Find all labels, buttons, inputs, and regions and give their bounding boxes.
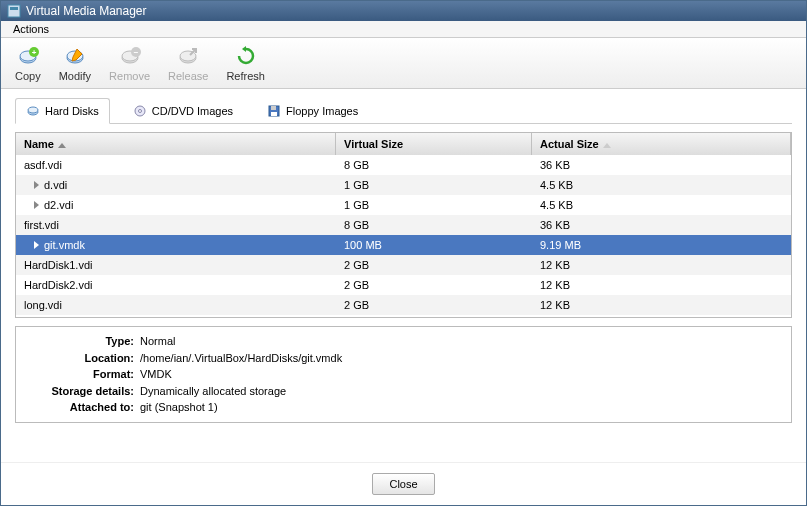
tab-hard-disks[interactable]: Hard Disks	[15, 98, 110, 124]
table-row[interactable]: d2.vdi1 GB4.5 KB	[16, 195, 791, 215]
row-virtual-size: 2 GB	[336, 255, 532, 275]
row-virtual-size: 1 GB	[336, 195, 532, 215]
floppy-icon	[267, 104, 281, 118]
list-body[interactable]: asdf.vdi8 GB36 KBd.vdi1 GB4.5 KBd2.vdi1 …	[16, 155, 791, 317]
detail-type-label: Type:	[24, 333, 134, 350]
detail-format-value: VMDK	[140, 366, 172, 383]
detail-storage-label: Storage details:	[24, 383, 134, 400]
sort-asc-icon	[58, 143, 66, 148]
expand-icon[interactable]	[34, 181, 39, 189]
menu-actions[interactable]: Actions	[9, 21, 53, 37]
cd-icon	[133, 104, 147, 118]
row-name: asdf.vdi	[24, 159, 62, 171]
expand-icon[interactable]	[34, 241, 39, 249]
svg-rect-19	[271, 106, 276, 110]
modify-button[interactable]: Modify	[55, 42, 95, 84]
row-actual-size: 9.19 MB	[532, 235, 791, 255]
app-icon	[7, 4, 21, 18]
table-row[interactable]: asdf.vdi8 GB36 KB	[16, 155, 791, 175]
column-actual-size[interactable]: Actual Size	[532, 133, 791, 155]
release-button: Release	[164, 42, 212, 84]
row-actual-size: 12 KB	[532, 295, 791, 315]
table-row[interactable]: HardDisk2.vdi2 GB12 KB	[16, 275, 791, 295]
toolbar: + Copy Modify − Remove Release Refresh	[1, 38, 806, 89]
svg-rect-1	[10, 7, 18, 10]
remove-button: − Remove	[105, 42, 154, 84]
detail-location-value: /home/ian/.VirtualBox/HardDisks/git.vmdk	[140, 350, 342, 367]
row-name: HardDisk1.vdi	[24, 259, 92, 271]
detail-storage-value: Dynamically allocated storage	[140, 383, 286, 400]
detail-attached-label: Attached to:	[24, 399, 134, 416]
refresh-button[interactable]: Refresh	[222, 42, 269, 84]
content: Hard Disks CD/DVD Images Floppy Images N…	[1, 89, 806, 462]
tab-floppy[interactable]: Floppy Images	[256, 98, 369, 124]
svg-text:+: +	[32, 48, 37, 57]
release-label: Release	[168, 70, 208, 82]
refresh-icon	[234, 44, 258, 68]
window-title: Virtual Media Manager	[26, 4, 147, 18]
row-name: d.vdi	[44, 179, 67, 191]
window: Virtual Media Manager Actions + Copy Mod…	[0, 0, 807, 506]
table-row[interactable]: HardDisk1.vdi2 GB12 KB	[16, 255, 791, 275]
titlebar[interactable]: Virtual Media Manager	[1, 1, 806, 21]
tab-cd-dvd-label: CD/DVD Images	[152, 105, 233, 117]
tab-cd-dvd[interactable]: CD/DVD Images	[122, 98, 244, 124]
row-name: first.vdi	[24, 219, 59, 231]
detail-attached-value: git (Snapshot 1)	[140, 399, 218, 416]
row-virtual-size: 2 GB	[336, 275, 532, 295]
tab-floppy-label: Floppy Images	[286, 105, 358, 117]
table-row[interactable]: long.vdi2 GB12 KB	[16, 295, 791, 315]
row-name: d2.vdi	[44, 199, 73, 211]
tab-hard-disks-label: Hard Disks	[45, 105, 99, 117]
copy-label: Copy	[15, 70, 41, 82]
tabs: Hard Disks CD/DVD Images Floppy Images	[15, 97, 792, 124]
close-button[interactable]: Close	[372, 473, 434, 495]
row-actual-size: 36 KB	[532, 215, 791, 235]
column-virtual-size[interactable]: Virtual Size	[336, 133, 532, 155]
row-name: git.vmdk	[44, 239, 85, 251]
row-virtual-size: 100 MB	[336, 235, 532, 255]
svg-rect-0	[8, 5, 20, 17]
svg-point-17	[138, 110, 141, 113]
copy-icon: +	[16, 44, 40, 68]
row-name: long.vdi	[24, 299, 62, 311]
list-header: Name Virtual Size Actual Size	[16, 133, 791, 155]
table-row[interactable]: d.vdi1 GB4.5 KB	[16, 175, 791, 195]
release-icon	[176, 44, 200, 68]
sort-asc-icon	[603, 143, 611, 148]
detail-location-label: Location:	[24, 350, 134, 367]
svg-text:−: −	[133, 48, 138, 57]
column-name[interactable]: Name	[16, 133, 336, 155]
svg-point-15	[28, 107, 38, 113]
hard-disk-icon	[26, 104, 40, 118]
row-actual-size: 36 KB	[532, 155, 791, 175]
row-actual-size: 4.5 KB	[532, 175, 791, 195]
row-virtual-size: 8 GB	[336, 155, 532, 175]
row-virtual-size: 8 GB	[336, 215, 532, 235]
svg-rect-20	[271, 112, 277, 116]
row-name: HardDisk2.vdi	[24, 279, 92, 291]
media-list: Name Virtual Size Actual Size asdf.vdi8 …	[15, 132, 792, 318]
table-row[interactable]: git.vmdk100 MB9.19 MB	[16, 235, 791, 255]
copy-button[interactable]: + Copy	[11, 42, 45, 84]
row-actual-size: 12 KB	[532, 255, 791, 275]
refresh-label: Refresh	[226, 70, 265, 82]
detail-type-value: Normal	[140, 333, 175, 350]
row-actual-size: 4.5 KB	[532, 195, 791, 215]
remove-icon: −	[118, 44, 142, 68]
detail-format-label: Format:	[24, 366, 134, 383]
footer: Close	[1, 462, 806, 505]
menubar: Actions	[1, 21, 806, 38]
expand-icon[interactable]	[34, 201, 39, 209]
modify-icon	[63, 44, 87, 68]
remove-label: Remove	[109, 70, 150, 82]
row-actual-size: 12 KB	[532, 275, 791, 295]
modify-label: Modify	[59, 70, 91, 82]
row-virtual-size: 1 GB	[336, 175, 532, 195]
table-row[interactable]: first.vdi8 GB36 KB	[16, 215, 791, 235]
details-panel: Type:Normal Location:/home/ian/.VirtualB…	[15, 326, 792, 423]
row-virtual-size: 2 GB	[336, 295, 532, 315]
